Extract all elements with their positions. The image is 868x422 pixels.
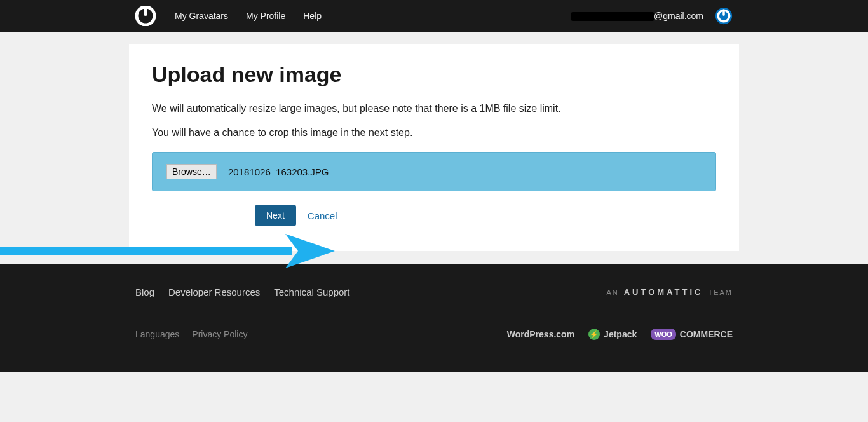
footer-links-secondary: Languages Privacy Policy	[135, 329, 247, 339]
action-row: Next Cancel	[152, 205, 716, 226]
footer-row-1: Blog Developer Resources Technical Suppo…	[135, 287, 733, 297]
user-email[interactable]: @gmail.com	[571, 11, 703, 21]
brand-woocommerce[interactable]: WOO COMMERCE	[651, 329, 733, 340]
svg-rect-4	[722, 10, 725, 17]
cancel-link[interactable]: Cancel	[308, 210, 337, 221]
description-line-2: You will have a chance to crop this imag…	[152, 125, 716, 140]
brand-wordpress[interactable]: WordPress.com	[507, 329, 574, 339]
email-suffix: @gmail.com	[654, 11, 703, 21]
automattic-logo-text: AUTOMATTIC	[624, 287, 703, 297]
brand-jetpack[interactable]: ⚡ Jetpack	[588, 329, 637, 340]
header-right: @gmail.com	[571, 7, 733, 25]
top-header: My Gravatars My Profile Help @gmail.com	[0, 0, 868, 32]
tag-suffix: TEAM	[708, 289, 733, 296]
redacted-email-prefix	[571, 12, 654, 21]
jetpack-icon: ⚡	[588, 329, 600, 340]
footer-brands: WordPress.com ⚡ Jetpack WOO COMMERCE	[507, 329, 733, 340]
browse-button[interactable]: Browse…	[166, 164, 217, 179]
page-title: Upload new image	[152, 62, 716, 87]
main-card: Upload new image We will automatically r…	[129, 44, 739, 251]
footer-inner: Blog Developer Resources Technical Suppo…	[135, 287, 733, 340]
footer-link-blog[interactable]: Blog	[135, 287, 154, 297]
footer-link-privacy[interactable]: Privacy Policy	[192, 329, 247, 339]
tag-prefix: AN	[606, 289, 618, 296]
footer-divider	[135, 313, 733, 313]
footer-link-dev[interactable]: Developer Resources	[168, 287, 260, 297]
svg-rect-1	[144, 7, 147, 16]
avatar-icon[interactable]	[715, 7, 733, 25]
woo-suffix: COMMERCE	[680, 329, 733, 339]
selected-filename: _20181026_163203.JPG	[223, 167, 329, 177]
jetpack-label: Jetpack	[604, 329, 637, 339]
header-inner: My Gravatars My Profile Help @gmail.com	[135, 6, 733, 26]
footer-link-support[interactable]: Technical Support	[274, 287, 349, 297]
nav-help[interactable]: Help	[303, 11, 322, 21]
next-button[interactable]: Next	[255, 205, 296, 226]
nav-links: My Gravatars My Profile Help	[175, 11, 322, 21]
footer-links-primary: Blog Developer Resources Technical Suppo…	[135, 287, 350, 297]
description-line-1: We will automatically resize large image…	[152, 101, 716, 116]
nav-my-profile[interactable]: My Profile	[246, 11, 285, 21]
gravatar-logo-icon[interactable]	[135, 6, 156, 26]
nav-my-gravatars[interactable]: My Gravatars	[175, 11, 228, 21]
automattic-tagline: AN AUTOMATTIC TEAM	[606, 287, 733, 297]
footer-row-2: Languages Privacy Policy WordPress.com ⚡…	[135, 329, 733, 340]
footer-link-languages[interactable]: Languages	[135, 329, 179, 339]
upload-box: Browse… _20181026_163203.JPG	[152, 152, 716, 191]
woo-badge: WOO	[651, 329, 676, 340]
footer: Blog Developer Resources Technical Suppo…	[0, 264, 868, 372]
